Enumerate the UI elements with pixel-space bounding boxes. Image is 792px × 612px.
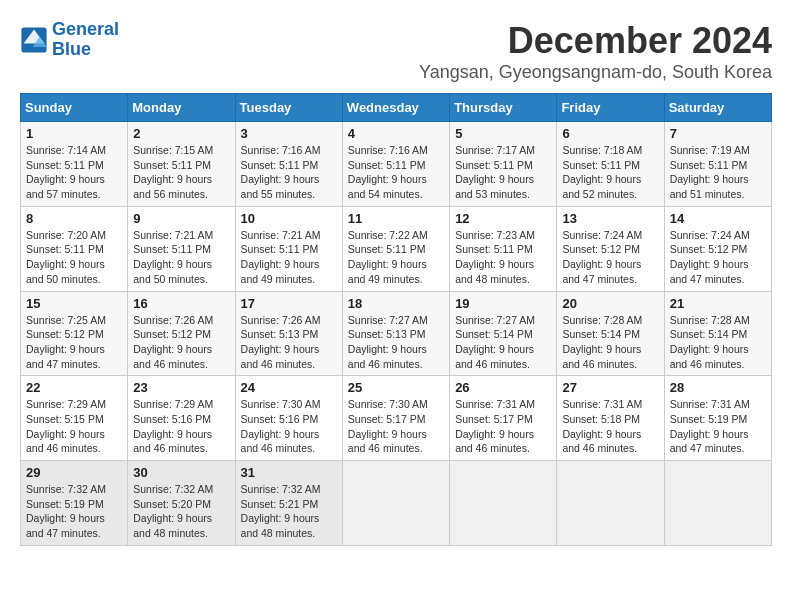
day-info: Sunrise: 7:31 AMSunset: 5:17 PMDaylight:… — [455, 397, 551, 456]
header-row: SundayMondayTuesdayWednesdayThursdayFrid… — [21, 94, 772, 122]
calendar-cell: 22Sunrise: 7:29 AMSunset: 5:15 PMDayligh… — [21, 376, 128, 461]
day-info: Sunrise: 7:26 AMSunset: 5:12 PMDaylight:… — [133, 313, 229, 372]
day-info: Sunrise: 7:21 AMSunset: 5:11 PMDaylight:… — [241, 228, 337, 287]
day-info: Sunrise: 7:27 AMSunset: 5:14 PMDaylight:… — [455, 313, 551, 372]
calendar-table: SundayMondayTuesdayWednesdayThursdayFrid… — [20, 93, 772, 546]
day-number: 4 — [348, 126, 444, 141]
day-number: 1 — [26, 126, 122, 141]
calendar-cell: 16Sunrise: 7:26 AMSunset: 5:12 PMDayligh… — [128, 291, 235, 376]
day-number: 18 — [348, 296, 444, 311]
calendar-cell: 13Sunrise: 7:24 AMSunset: 5:12 PMDayligh… — [557, 206, 664, 291]
day-number: 23 — [133, 380, 229, 395]
calendar-cell: 19Sunrise: 7:27 AMSunset: 5:14 PMDayligh… — [450, 291, 557, 376]
day-number: 27 — [562, 380, 658, 395]
week-row: 15Sunrise: 7:25 AMSunset: 5:12 PMDayligh… — [21, 291, 772, 376]
day-info: Sunrise: 7:15 AMSunset: 5:11 PMDaylight:… — [133, 143, 229, 202]
day-number: 13 — [562, 211, 658, 226]
logo-text: GeneralBlue — [52, 20, 119, 60]
calendar-cell: 6Sunrise: 7:18 AMSunset: 5:11 PMDaylight… — [557, 122, 664, 207]
day-info: Sunrise: 7:24 AMSunset: 5:12 PMDaylight:… — [670, 228, 766, 287]
header-friday: Friday — [557, 94, 664, 122]
day-number: 24 — [241, 380, 337, 395]
day-number: 22 — [26, 380, 122, 395]
day-number: 8 — [26, 211, 122, 226]
day-number: 11 — [348, 211, 444, 226]
day-info: Sunrise: 7:29 AMSunset: 5:16 PMDaylight:… — [133, 397, 229, 456]
calendar-cell: 23Sunrise: 7:29 AMSunset: 5:16 PMDayligh… — [128, 376, 235, 461]
calendar-cell: 9Sunrise: 7:21 AMSunset: 5:11 PMDaylight… — [128, 206, 235, 291]
calendar-cell: 29Sunrise: 7:32 AMSunset: 5:19 PMDayligh… — [21, 461, 128, 546]
day-number: 14 — [670, 211, 766, 226]
calendar-cell: 3Sunrise: 7:16 AMSunset: 5:11 PMDaylight… — [235, 122, 342, 207]
calendar-cell: 1Sunrise: 7:14 AMSunset: 5:11 PMDaylight… — [21, 122, 128, 207]
day-info: Sunrise: 7:18 AMSunset: 5:11 PMDaylight:… — [562, 143, 658, 202]
header-monday: Monday — [128, 94, 235, 122]
calendar-cell — [664, 461, 771, 546]
day-number: 17 — [241, 296, 337, 311]
calendar-cell: 4Sunrise: 7:16 AMSunset: 5:11 PMDaylight… — [342, 122, 449, 207]
day-info: Sunrise: 7:14 AMSunset: 5:11 PMDaylight:… — [26, 143, 122, 202]
day-info: Sunrise: 7:20 AMSunset: 5:11 PMDaylight:… — [26, 228, 122, 287]
calendar-cell: 31Sunrise: 7:32 AMSunset: 5:21 PMDayligh… — [235, 461, 342, 546]
day-info: Sunrise: 7:32 AMSunset: 5:20 PMDaylight:… — [133, 482, 229, 541]
calendar-cell: 2Sunrise: 7:15 AMSunset: 5:11 PMDaylight… — [128, 122, 235, 207]
logo: GeneralBlue — [20, 20, 119, 60]
day-info: Sunrise: 7:28 AMSunset: 5:14 PMDaylight:… — [562, 313, 658, 372]
calendar-cell: 11Sunrise: 7:22 AMSunset: 5:11 PMDayligh… — [342, 206, 449, 291]
day-number: 31 — [241, 465, 337, 480]
day-number: 29 — [26, 465, 122, 480]
calendar-cell: 17Sunrise: 7:26 AMSunset: 5:13 PMDayligh… — [235, 291, 342, 376]
day-info: Sunrise: 7:29 AMSunset: 5:15 PMDaylight:… — [26, 397, 122, 456]
location-title: Yangsan, Gyeongsangnam-do, South Korea — [419, 62, 772, 83]
day-info: Sunrise: 7:31 AMSunset: 5:18 PMDaylight:… — [562, 397, 658, 456]
day-info: Sunrise: 7:27 AMSunset: 5:13 PMDaylight:… — [348, 313, 444, 372]
calendar-cell: 12Sunrise: 7:23 AMSunset: 5:11 PMDayligh… — [450, 206, 557, 291]
day-number: 2 — [133, 126, 229, 141]
calendar-cell: 7Sunrise: 7:19 AMSunset: 5:11 PMDaylight… — [664, 122, 771, 207]
calendar-cell: 24Sunrise: 7:30 AMSunset: 5:16 PMDayligh… — [235, 376, 342, 461]
header-tuesday: Tuesday — [235, 94, 342, 122]
logo-icon — [20, 26, 48, 54]
day-number: 30 — [133, 465, 229, 480]
day-number: 19 — [455, 296, 551, 311]
day-info: Sunrise: 7:23 AMSunset: 5:11 PMDaylight:… — [455, 228, 551, 287]
day-number: 28 — [670, 380, 766, 395]
calendar-cell: 27Sunrise: 7:31 AMSunset: 5:18 PMDayligh… — [557, 376, 664, 461]
calendar-cell: 20Sunrise: 7:28 AMSunset: 5:14 PMDayligh… — [557, 291, 664, 376]
calendar-cell: 14Sunrise: 7:24 AMSunset: 5:12 PMDayligh… — [664, 206, 771, 291]
day-number: 25 — [348, 380, 444, 395]
day-info: Sunrise: 7:30 AMSunset: 5:17 PMDaylight:… — [348, 397, 444, 456]
day-number: 21 — [670, 296, 766, 311]
calendar-cell: 8Sunrise: 7:20 AMSunset: 5:11 PMDaylight… — [21, 206, 128, 291]
day-number: 20 — [562, 296, 658, 311]
calendar-cell: 18Sunrise: 7:27 AMSunset: 5:13 PMDayligh… — [342, 291, 449, 376]
week-row: 29Sunrise: 7:32 AMSunset: 5:19 PMDayligh… — [21, 461, 772, 546]
month-title: December 2024 — [419, 20, 772, 62]
day-number: 15 — [26, 296, 122, 311]
day-number: 9 — [133, 211, 229, 226]
day-number: 7 — [670, 126, 766, 141]
calendar-cell: 28Sunrise: 7:31 AMSunset: 5:19 PMDayligh… — [664, 376, 771, 461]
calendar-cell: 5Sunrise: 7:17 AMSunset: 5:11 PMDaylight… — [450, 122, 557, 207]
day-info: Sunrise: 7:19 AMSunset: 5:11 PMDaylight:… — [670, 143, 766, 202]
header-saturday: Saturday — [664, 94, 771, 122]
title-section: December 2024 Yangsan, Gyeongsangnam-do,… — [419, 20, 772, 83]
calendar-cell: 21Sunrise: 7:28 AMSunset: 5:14 PMDayligh… — [664, 291, 771, 376]
day-info: Sunrise: 7:22 AMSunset: 5:11 PMDaylight:… — [348, 228, 444, 287]
day-info: Sunrise: 7:16 AMSunset: 5:11 PMDaylight:… — [348, 143, 444, 202]
day-info: Sunrise: 7:28 AMSunset: 5:14 PMDaylight:… — [670, 313, 766, 372]
calendar-cell: 10Sunrise: 7:21 AMSunset: 5:11 PMDayligh… — [235, 206, 342, 291]
day-number: 10 — [241, 211, 337, 226]
week-row: 22Sunrise: 7:29 AMSunset: 5:15 PMDayligh… — [21, 376, 772, 461]
day-info: Sunrise: 7:32 AMSunset: 5:19 PMDaylight:… — [26, 482, 122, 541]
header-sunday: Sunday — [21, 94, 128, 122]
day-info: Sunrise: 7:31 AMSunset: 5:19 PMDaylight:… — [670, 397, 766, 456]
day-info: Sunrise: 7:24 AMSunset: 5:12 PMDaylight:… — [562, 228, 658, 287]
day-info: Sunrise: 7:32 AMSunset: 5:21 PMDaylight:… — [241, 482, 337, 541]
header-wednesday: Wednesday — [342, 94, 449, 122]
calendar-cell — [342, 461, 449, 546]
day-number: 12 — [455, 211, 551, 226]
week-row: 8Sunrise: 7:20 AMSunset: 5:11 PMDaylight… — [21, 206, 772, 291]
day-info: Sunrise: 7:30 AMSunset: 5:16 PMDaylight:… — [241, 397, 337, 456]
day-info: Sunrise: 7:17 AMSunset: 5:11 PMDaylight:… — [455, 143, 551, 202]
